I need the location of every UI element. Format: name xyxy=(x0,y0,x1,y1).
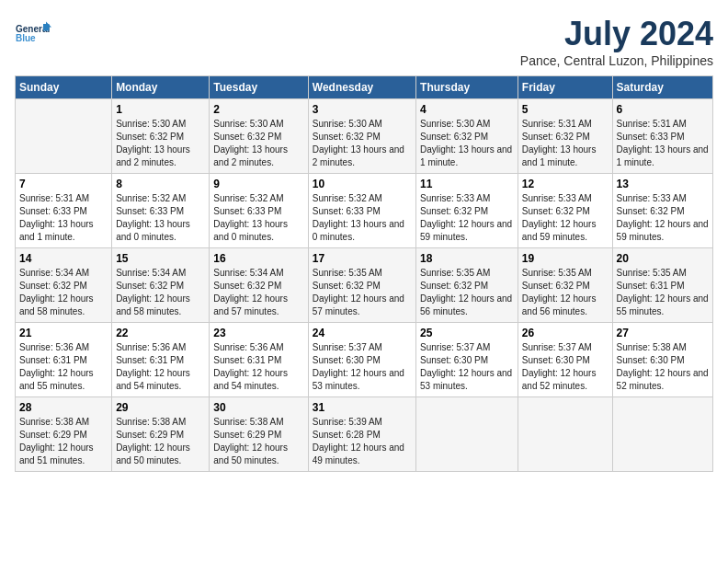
day-info: Sunrise: 5:30 AMSunset: 6:32 PMDaylight:… xyxy=(116,118,205,169)
day-cell: 21 Sunrise: 5:36 AMSunset: 6:31 PMDaylig… xyxy=(16,323,112,397)
day-cell: 5 Sunrise: 5:31 AMSunset: 6:32 PMDayligh… xyxy=(518,99,612,174)
day-number: 4 xyxy=(420,103,514,116)
day-cell: 17 Sunrise: 5:35 AMSunset: 6:32 PMDaylig… xyxy=(308,248,415,323)
day-cell: 20 Sunrise: 5:35 AMSunset: 6:31 PMDaylig… xyxy=(612,248,712,323)
day-number: 8 xyxy=(116,178,205,190)
day-cell: 30 Sunrise: 5:38 AMSunset: 6:29 PMDaylig… xyxy=(210,397,308,472)
day-cell: 27 Sunrise: 5:38 AMSunset: 6:30 PMDaylig… xyxy=(612,323,712,397)
day-number: 12 xyxy=(522,178,609,190)
day-cell: 15 Sunrise: 5:34 AMSunset: 6:32 PMDaylig… xyxy=(112,248,210,323)
day-info: Sunrise: 5:33 AMSunset: 6:32 PMDaylight:… xyxy=(420,192,514,244)
day-info: Sunrise: 5:31 AMSunset: 6:32 PMDaylight:… xyxy=(522,118,609,169)
header-cell-wednesday: Wednesday xyxy=(308,76,415,99)
day-info: Sunrise: 5:34 AMSunset: 6:32 PMDaylight:… xyxy=(19,267,108,318)
week-row-5: 28 Sunrise: 5:38 AMSunset: 6:29 PMDaylig… xyxy=(16,397,713,472)
header-cell-saturday: Saturday xyxy=(612,76,712,99)
day-info: Sunrise: 5:30 AMSunset: 6:32 PMDaylight:… xyxy=(313,118,412,169)
day-number: 3 xyxy=(313,103,412,116)
header-cell-sunday: Sunday xyxy=(16,76,112,99)
day-info: Sunrise: 5:39 AMSunset: 6:28 PMDaylight:… xyxy=(313,416,412,467)
day-cell: 10 Sunrise: 5:32 AMSunset: 6:33 PMDaylig… xyxy=(308,174,415,248)
day-number: 27 xyxy=(617,327,709,339)
day-info: Sunrise: 5:33 AMSunset: 6:32 PMDaylight:… xyxy=(522,192,609,244)
day-cell: 26 Sunrise: 5:37 AMSunset: 6:30 PMDaylig… xyxy=(518,323,612,397)
day-cell: 29 Sunrise: 5:38 AMSunset: 6:29 PMDaylig… xyxy=(112,397,210,472)
page-header: General Blue July 2024 Pance, Central Lu… xyxy=(15,15,713,68)
day-info: Sunrise: 5:38 AMSunset: 6:29 PMDaylight:… xyxy=(213,416,303,467)
header-cell-thursday: Thursday xyxy=(416,76,518,99)
day-cell: 6 Sunrise: 5:31 AMSunset: 6:33 PMDayligh… xyxy=(612,99,712,174)
day-info: Sunrise: 5:32 AMSunset: 6:33 PMDaylight:… xyxy=(213,192,303,244)
day-number: 14 xyxy=(19,252,108,265)
svg-marker-3 xyxy=(46,22,51,28)
day-cell xyxy=(612,397,712,472)
day-info: Sunrise: 5:35 AMSunset: 6:32 PMDaylight:… xyxy=(420,267,514,318)
day-info: Sunrise: 5:30 AMSunset: 6:32 PMDaylight:… xyxy=(213,118,303,169)
day-number: 5 xyxy=(522,103,609,116)
header-cell-tuesday: Tuesday xyxy=(210,76,308,99)
day-info: Sunrise: 5:38 AMSunset: 6:29 PMDaylight:… xyxy=(116,416,205,467)
day-cell: 16 Sunrise: 5:34 AMSunset: 6:32 PMDaylig… xyxy=(210,248,308,323)
day-number: 23 xyxy=(213,327,303,339)
day-cell xyxy=(518,397,612,472)
day-info: Sunrise: 5:36 AMSunset: 6:31 PMDaylight:… xyxy=(116,341,205,393)
week-row-2: 7 Sunrise: 5:31 AMSunset: 6:33 PMDayligh… xyxy=(16,174,713,248)
day-cell xyxy=(416,397,518,472)
day-info: Sunrise: 5:36 AMSunset: 6:31 PMDaylight:… xyxy=(213,341,303,393)
day-number: 31 xyxy=(313,401,412,414)
day-number: 1 xyxy=(116,103,205,116)
day-number: 6 xyxy=(617,103,709,116)
day-number: 19 xyxy=(522,252,609,265)
day-cell: 23 Sunrise: 5:36 AMSunset: 6:31 PMDaylig… xyxy=(210,323,308,397)
day-number: 11 xyxy=(420,178,514,190)
header-cell-monday: Monday xyxy=(112,76,210,99)
logo: General Blue xyxy=(15,15,51,52)
day-number: 28 xyxy=(19,401,108,414)
day-info: Sunrise: 5:32 AMSunset: 6:33 PMDaylight:… xyxy=(313,192,412,244)
day-info: Sunrise: 5:34 AMSunset: 6:32 PMDaylight:… xyxy=(213,267,303,318)
day-number: 29 xyxy=(116,401,205,414)
subtitle: Pance, Central Luzon, Philippines xyxy=(520,53,713,68)
day-cell: 13 Sunrise: 5:33 AMSunset: 6:32 PMDaylig… xyxy=(612,174,712,248)
main-title: July 2024 xyxy=(520,15,713,53)
day-number: 26 xyxy=(522,327,609,339)
day-number: 22 xyxy=(116,327,205,339)
day-info: Sunrise: 5:30 AMSunset: 6:32 PMDaylight:… xyxy=(420,118,514,169)
day-cell: 19 Sunrise: 5:35 AMSunset: 6:32 PMDaylig… xyxy=(518,248,612,323)
day-info: Sunrise: 5:35 AMSunset: 6:32 PMDaylight:… xyxy=(522,267,609,318)
day-info: Sunrise: 5:36 AMSunset: 6:31 PMDaylight:… xyxy=(19,341,108,393)
day-cell xyxy=(16,99,112,174)
day-info: Sunrise: 5:32 AMSunset: 6:33 PMDaylight:… xyxy=(116,192,205,244)
day-cell: 2 Sunrise: 5:30 AMSunset: 6:32 PMDayligh… xyxy=(210,99,308,174)
day-info: Sunrise: 5:37 AMSunset: 6:30 PMDaylight:… xyxy=(522,341,609,393)
day-cell: 3 Sunrise: 5:30 AMSunset: 6:32 PMDayligh… xyxy=(308,99,415,174)
week-row-4: 21 Sunrise: 5:36 AMSunset: 6:31 PMDaylig… xyxy=(16,323,713,397)
day-cell: 4 Sunrise: 5:30 AMSunset: 6:32 PMDayligh… xyxy=(416,99,518,174)
day-cell: 8 Sunrise: 5:32 AMSunset: 6:33 PMDayligh… xyxy=(112,174,210,248)
day-number: 20 xyxy=(617,252,709,265)
week-row-1: 1 Sunrise: 5:30 AMSunset: 6:32 PMDayligh… xyxy=(16,99,713,174)
day-info: Sunrise: 5:31 AMSunset: 6:33 PMDaylight:… xyxy=(617,118,709,169)
day-cell: 22 Sunrise: 5:36 AMSunset: 6:31 PMDaylig… xyxy=(112,323,210,397)
day-info: Sunrise: 5:38 AMSunset: 6:29 PMDaylight:… xyxy=(19,416,108,467)
day-number: 21 xyxy=(19,327,108,339)
day-cell: 12 Sunrise: 5:33 AMSunset: 6:32 PMDaylig… xyxy=(518,174,612,248)
day-cell: 24 Sunrise: 5:37 AMSunset: 6:30 PMDaylig… xyxy=(308,323,415,397)
day-number: 17 xyxy=(313,252,412,265)
day-info: Sunrise: 5:38 AMSunset: 6:30 PMDaylight:… xyxy=(617,341,709,393)
day-cell: 31 Sunrise: 5:39 AMSunset: 6:28 PMDaylig… xyxy=(308,397,415,472)
day-number: 7 xyxy=(19,178,108,190)
day-number: 25 xyxy=(420,327,514,339)
day-info: Sunrise: 5:37 AMSunset: 6:30 PMDaylight:… xyxy=(420,341,514,393)
day-cell: 18 Sunrise: 5:35 AMSunset: 6:32 PMDaylig… xyxy=(416,248,518,323)
day-cell: 28 Sunrise: 5:38 AMSunset: 6:29 PMDaylig… xyxy=(16,397,112,472)
logo-graphic: General Blue xyxy=(15,15,51,52)
day-number: 16 xyxy=(213,252,303,265)
day-number: 13 xyxy=(617,178,709,190)
day-cell: 9 Sunrise: 5:32 AMSunset: 6:33 PMDayligh… xyxy=(210,174,308,248)
day-info: Sunrise: 5:35 AMSunset: 6:32 PMDaylight:… xyxy=(313,267,412,318)
title-section: July 2024 Pance, Central Luzon, Philippi… xyxy=(520,15,713,68)
day-cell: 11 Sunrise: 5:33 AMSunset: 6:32 PMDaylig… xyxy=(416,174,518,248)
week-row-3: 14 Sunrise: 5:34 AMSunset: 6:32 PMDaylig… xyxy=(16,248,713,323)
day-info: Sunrise: 5:37 AMSunset: 6:30 PMDaylight:… xyxy=(313,341,412,393)
